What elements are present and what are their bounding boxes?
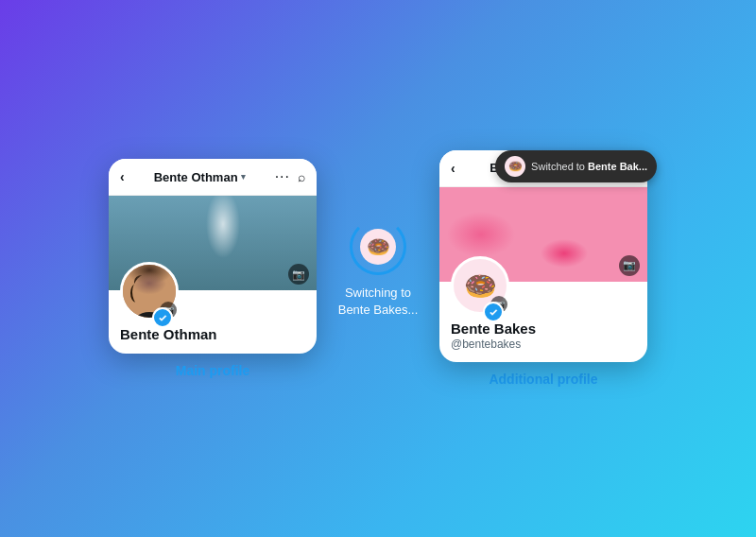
toast-name: Bente Bak...: [588, 161, 647, 172]
toast-text: Switched to Bente Bak...: [531, 161, 647, 172]
svg-point-4: [134, 274, 164, 297]
left-topbar-left: ‹: [120, 169, 125, 184]
right-back-button[interactable]: ‹: [451, 161, 455, 176]
svg-point-3: [137, 282, 162, 308]
left-topbar-right: ··· ⌕: [275, 168, 305, 185]
main-profile-card: ‹ Bente Othman ▾ ··· ⌕ 📷: [109, 159, 317, 354]
main-scene: ‹ Bente Othman ▾ ··· ⌕ 📷: [0, 150, 756, 388]
back-button[interactable]: ‹: [120, 169, 125, 184]
right-verified-badge: [483, 302, 504, 322]
switching-line1: Switching to: [345, 286, 411, 300]
left-card-section: ‹ Bente Othman ▾ ··· ⌕ 📷: [109, 159, 317, 378]
right-cover-camera-icon[interactable]: 📷: [619, 255, 640, 276]
left-topbar: ‹ Bente Othman ▾ ··· ⌕: [109, 159, 317, 196]
switching-spinner: 🍩: [350, 218, 406, 275]
right-profile-name: Bente Bakes: [451, 320, 636, 337]
switching-text: Switching to Bente Bakes...: [338, 285, 419, 319]
svg-point-5: [130, 284, 142, 303]
switching-area: 🍩 Switching to Bente Bakes...: [317, 218, 439, 319]
left-profile-title: Bente Othman: [154, 170, 238, 184]
more-options-icon[interactable]: ···: [275, 168, 290, 185]
right-profile-handle: @bentebakes: [451, 338, 636, 351]
switched-toast: 🍩 Switched to Bente Bak...: [495, 150, 657, 182]
verified-badge: [152, 307, 173, 328]
spinner-donut-avatar: 🍩: [360, 229, 396, 265]
cover-camera-icon[interactable]: 📷: [288, 264, 309, 285]
svg-point-6: [157, 284, 168, 303]
svg-point-9: [145, 306, 154, 310]
chevron-down-icon: ▾: [241, 172, 246, 182]
svg-point-8: [149, 275, 164, 288]
toast-avatar: 🍩: [505, 156, 525, 177]
right-topbar-left: ‹: [451, 161, 455, 176]
right-avatar-wrapper: 🍩 📷: [451, 256, 509, 315]
left-profile-name: Bente Othman: [120, 326, 305, 342]
right-card-wrapper: 🍩 Switched to Bente Bak... ‹ Bente Bakes…: [439, 150, 647, 363]
right-card-section: 🍩 Switched to Bente Bak... ‹ Bente Bakes…: [439, 150, 647, 388]
left-card-label: Main profile: [176, 363, 250, 378]
left-avatar-wrapper: 📷: [120, 262, 179, 320]
switching-line2: Bente Bakes...: [338, 303, 419, 317]
left-profile-section: 📷 Bente Othman: [109, 290, 317, 354]
right-profile-section: 🍩 📷 Bente Bakes @bentebakes: [439, 282, 647, 363]
search-icon[interactable]: ⌕: [298, 169, 305, 184]
left-topbar-title: Bente Othman ▾: [154, 170, 246, 184]
svg-point-7: [134, 275, 149, 288]
right-card-label: Additional profile: [489, 372, 597, 387]
